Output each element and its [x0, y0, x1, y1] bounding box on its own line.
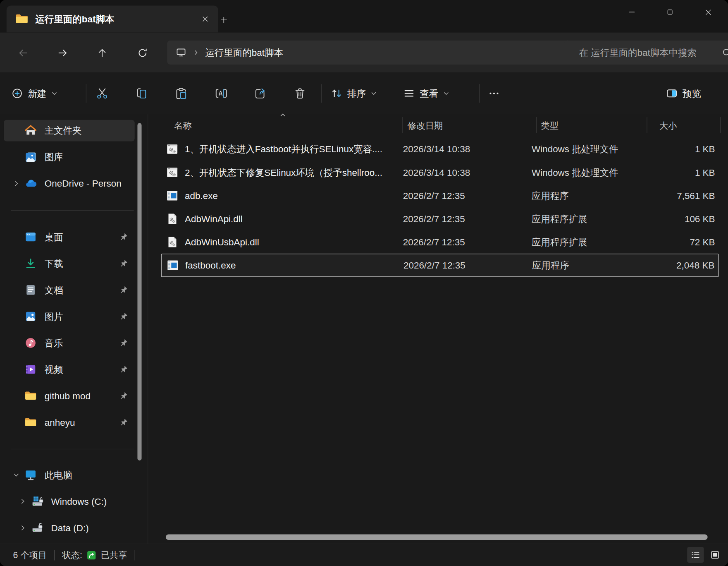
view-button[interactable]: 查看	[403, 83, 449, 103]
file-size: 2,048 KB	[642, 260, 718, 271]
forward-button[interactable]	[53, 45, 73, 61]
sidebar-item-videos[interactable]: 视频	[4, 359, 135, 380]
rename-icon	[215, 87, 227, 100]
folder-icon	[24, 415, 38, 429]
pin-icon	[119, 233, 128, 241]
sidebar-item-drive-c[interactable]: Windows (C:)	[4, 491, 135, 512]
sidebar-item-home[interactable]: 主文件夹	[4, 120, 135, 142]
tab-current[interactable]: 运行里面的bat脚本	[7, 5, 218, 32]
sidebar-scrollbar[interactable]	[137, 123, 141, 460]
sidebar-item-music[interactable]: 音乐	[4, 332, 135, 354]
sidebar-item-pictures[interactable]: 图片	[4, 306, 135, 327]
file-name: AdbWinApi.dll	[185, 213, 243, 224]
rename-button[interactable]	[211, 83, 231, 103]
file-size: 7,561 KB	[642, 190, 718, 201]
sort-icon	[331, 87, 343, 99]
sort-button[interactable]: 排序	[331, 83, 377, 103]
chevron-down-icon	[51, 90, 58, 97]
details-view-icon	[690, 550, 701, 560]
sidebar-item-label: OneDrive - Person	[45, 178, 135, 189]
column-separator[interactable]	[536, 117, 537, 133]
expand-chevron-icon[interactable]	[8, 178, 24, 189]
new-tab-button[interactable]	[215, 12, 233, 28]
delete-button[interactable]	[290, 83, 310, 103]
icons-view-button[interactable]	[707, 547, 723, 563]
breadcrumb[interactable]: 运行里面的bat脚本	[205, 46, 283, 59]
column-separator[interactable]	[647, 117, 647, 133]
minimize-button[interactable]	[613, 0, 651, 24]
windows-drive-icon	[31, 494, 45, 508]
paste-button[interactable]	[171, 83, 191, 103]
refresh-button[interactable]	[132, 45, 153, 61]
cut-scissors-icon	[95, 87, 108, 100]
column-header-size[interactable]: 大小	[659, 120, 677, 132]
search-input[interactable]	[578, 47, 718, 58]
file-size: 106 KB	[642, 213, 718, 224]
sort-button-label: 排序	[347, 87, 366, 100]
sidebar-item-gallery[interactable]: 图库	[4, 146, 135, 168]
sort-ascending-caret-icon	[279, 113, 286, 117]
column-header-date[interactable]: 修改日期	[408, 120, 443, 132]
address-bar[interactable]: 运行里面的bat脚本	[167, 41, 571, 65]
file-name: adb.exe	[185, 190, 218, 201]
preview-button[interactable]: 预览	[666, 83, 706, 103]
sidebar-item-desktop[interactable]: 桌面	[4, 226, 135, 248]
column-header-type[interactable]: 类型	[541, 120, 559, 132]
file-row[interactable]: 2、开机状态下修复SElinux环境（授予shellroo... 2026/3/…	[161, 161, 719, 184]
sidebar-divider	[11, 449, 134, 449]
up-arrow-icon	[97, 48, 108, 59]
refresh-icon	[137, 48, 148, 59]
sidebar-item-this-pc[interactable]: 此电脑	[4, 464, 135, 486]
downloads-icon	[24, 257, 38, 271]
sidebar-item-documents[interactable]: 文档	[4, 279, 135, 301]
more-options-button[interactable]	[484, 83, 504, 103]
pin-icon	[119, 365, 128, 374]
cut-button[interactable]	[92, 83, 112, 103]
back-button[interactable]	[13, 45, 33, 61]
toolbar-divider	[321, 84, 322, 103]
file-row-selected[interactable]: fastboot.exe 2026/2/7 12:35 应用程序 2,048 K…	[161, 254, 719, 277]
maximize-button[interactable]	[651, 0, 689, 24]
file-date: 2026/3/14 10:38	[397, 167, 532, 178]
sidebar-item-label: 图库	[45, 151, 135, 163]
ellipsis-icon	[488, 87, 500, 99]
plus-icon	[220, 16, 228, 24]
new-button[interactable]: 新建	[11, 83, 57, 103]
sidebar-item-anheyu[interactable]: anheyu	[4, 412, 135, 433]
maximize-icon	[666, 8, 674, 16]
expand-chevron-icon[interactable]	[15, 496, 31, 507]
expand-chevron-icon[interactable]	[15, 522, 31, 533]
file-row[interactable]: adb.exe 2026/2/7 12:35 应用程序 7,561 KB	[161, 184, 719, 207]
status-label: 状态:	[62, 549, 82, 561]
sidebar-item-downloads[interactable]: 下载	[4, 253, 135, 274]
file-date: 2026/2/7 12:35	[397, 237, 532, 247]
sidebar-item-label: Windows (C:)	[51, 496, 135, 507]
details-view-button[interactable]	[687, 547, 704, 563]
column-separator[interactable]	[402, 117, 403, 133]
gallery-icon	[24, 150, 38, 164]
search-box[interactable]	[564, 41, 728, 65]
sidebar-item-drive-d[interactable]: Data (D:)	[4, 517, 135, 539]
column-header-name[interactable]: 名称	[174, 120, 192, 132]
item-count: 6 个项目	[13, 549, 47, 561]
file-row[interactable]: AdbWinApi.dll 2026/2/7 12:35 应用程序扩展 106 …	[161, 207, 719, 230]
file-row[interactable]: AdbWinUsbApi.dll 2026/2/7 12:35 应用程序扩展 7…	[161, 230, 719, 254]
tab-close-button[interactable]	[197, 11, 213, 27]
copy-button[interactable]	[131, 83, 152, 103]
trash-icon	[294, 87, 306, 100]
back-arrow-icon	[18, 48, 29, 59]
status-value: 已共享	[101, 549, 127, 561]
file-name: AdbWinUsbApi.dll	[185, 237, 259, 247]
bat-file-icon	[166, 143, 179, 156]
horizontal-scrollbar[interactable]	[166, 535, 708, 540]
file-row[interactable]: 1、开机状态进入Fastboot并执行SELinux宽容.... 2026/3/…	[161, 137, 719, 161]
collapse-chevron-icon[interactable]	[8, 469, 24, 480]
column-separator[interactable]	[720, 117, 721, 133]
close-window-button[interactable]	[689, 0, 727, 24]
sidebar-item-onedrive[interactable]: OneDrive - Person	[4, 173, 135, 194]
column-headers: 名称 修改日期 类型 大小	[148, 114, 728, 136]
up-button[interactable]	[92, 45, 112, 61]
share-button[interactable]	[250, 83, 270, 103]
status-divider	[135, 550, 135, 560]
sidebar-item-github-mod[interactable]: github mod	[4, 385, 135, 407]
